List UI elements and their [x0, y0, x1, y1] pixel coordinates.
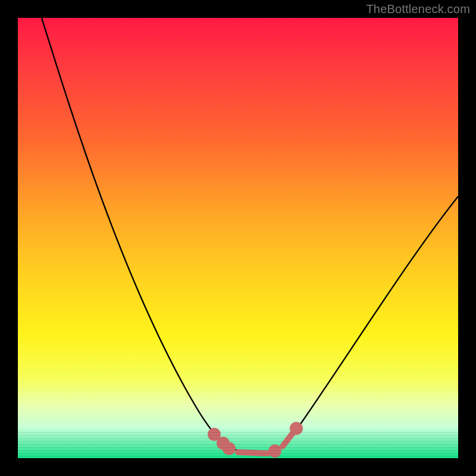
curve-markers: [211, 425, 300, 455]
svg-point-0: [211, 431, 218, 438]
svg-line-3: [238, 452, 268, 453]
watermark-text: TheBottleneck.com: [366, 2, 470, 16]
chart-svg: [18, 18, 458, 458]
chart-plot-area: [18, 18, 458, 458]
svg-point-6: [293, 425, 300, 432]
svg-line-5: [283, 433, 293, 446]
chart-frame: TheBottleneck.com: [0, 0, 476, 476]
svg-point-4: [271, 447, 278, 455]
bottleneck-curve: [42, 18, 458, 453]
svg-point-2: [226, 445, 233, 452]
